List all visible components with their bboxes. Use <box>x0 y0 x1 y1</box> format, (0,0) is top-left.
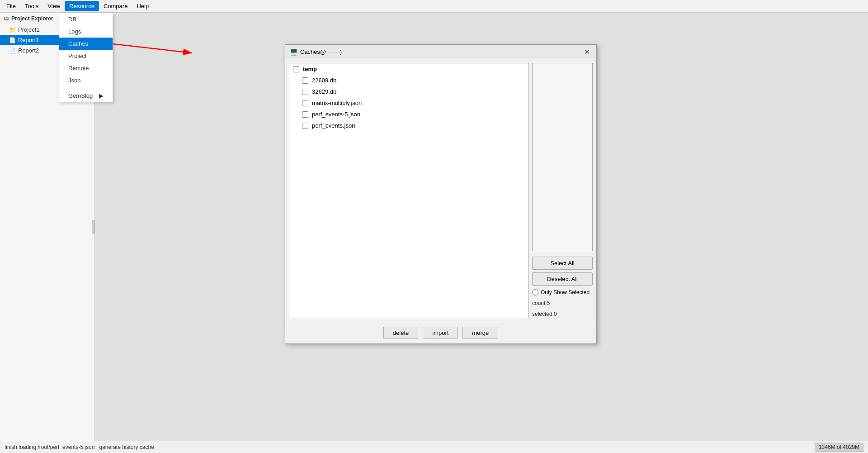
checkbox-perf-events[interactable] <box>302 123 308 129</box>
dropdown-item-db[interactable]: DB <box>59 13 113 25</box>
file-tree-item-32629db[interactable]: 32629.db <box>289 86 528 97</box>
dropdown-item-remote[interactable]: Remote <box>59 62 113 74</box>
resource-dropdown-menu: DB Logs Caches Project Remote Json GemSl… <box>59 13 113 102</box>
sidebar-resize-handle[interactable]: ⋮ <box>92 220 94 234</box>
file-tree-item-22609db[interactable]: 22609.db <box>289 75 528 86</box>
file-label: 32629.db <box>312 88 336 95</box>
dialog-body: temp 22609.db 32629.db matrix-multiply.j… <box>285 59 596 322</box>
gemslog-label: GemSlog <box>68 92 93 99</box>
statusbar: finish loading /root/perf_events-5.json … <box>0 441 868 453</box>
checkbox-matrix-multiply[interactable] <box>302 100 308 106</box>
file-tree-parent-temp[interactable]: temp <box>289 63 528 75</box>
deselect-all-button[interactable]: Deselect All <box>532 272 593 286</box>
menu-compare[interactable]: Compare <box>99 1 132 11</box>
dropdown-item-gemslog[interactable]: GemSlog ▶ <box>59 90 113 102</box>
file-tree-item-perf-events[interactable]: perf_events.json <box>289 120 528 131</box>
menu-help[interactable]: Help <box>132 1 153 11</box>
file-label: perf_events.json <box>312 122 355 129</box>
main-area: 🖥️ Caches@··········) ✕ temp 22609.db <box>95 13 868 441</box>
checkbox-22609db[interactable] <box>302 77 308 84</box>
file-list-panel: temp 22609.db 32629.db matrix-multiply.j… <box>289 63 528 318</box>
memory-indicator: 1346M of 4029M <box>815 443 863 452</box>
dialog-title: Caches@··········) <box>300 48 342 55</box>
dropdown-item-json[interactable]: Json <box>59 74 113 86</box>
only-show-selected-row: Only Show Selected <box>532 288 593 296</box>
menubar: File Tools View Resource Compare Help <box>0 0 868 13</box>
menu-tools[interactable]: Tools <box>20 1 43 11</box>
selected-label: selected:0 <box>532 310 593 318</box>
file-tree-item-matrix-multiply[interactable]: matrix-multiply.json <box>289 97 528 109</box>
file-label: perf_events-5.json <box>312 111 360 118</box>
file-label: matrix-multiply.json <box>312 100 362 106</box>
dropdown-item-logs[interactable]: Logs <box>59 25 113 38</box>
merge-button[interactable]: merge <box>462 327 498 339</box>
dropdown-separator <box>59 88 113 88</box>
dialog-icon: 🖥️ <box>290 48 297 56</box>
right-panel: Select All Deselect All Only Show Select… <box>528 59 596 322</box>
parent-label: temp <box>303 66 317 72</box>
dropdown-item-caches[interactable]: Caches <box>59 38 113 50</box>
delete-button[interactable]: delete <box>383 327 418 339</box>
submenu-arrow-icon: ▶ <box>99 92 104 99</box>
sidebar-item-label: Report2 <box>18 47 39 54</box>
checkbox-temp[interactable] <box>293 66 299 72</box>
dialog-titlebar: 🖥️ Caches@··········) ✕ <box>285 45 596 59</box>
sidebar-item-label: Project1 <box>18 26 40 33</box>
report1-icon: 📄 <box>9 37 16 43</box>
sidebar-item-label: Report1 <box>18 37 39 43</box>
dialog-close-button[interactable]: ✕ <box>582 48 592 57</box>
count-label: count:5 <box>532 299 593 307</box>
checkbox-perf-events-5[interactable] <box>302 111 308 118</box>
checkbox-32629db[interactable] <box>302 89 308 95</box>
dialog-footer: delete import merge <box>285 322 596 343</box>
caches-dialog: 🖥️ Caches@··········) ✕ temp 22609.db <box>285 44 597 344</box>
dialog-title-left: 🖥️ Caches@··········) <box>290 48 342 56</box>
file-label: 22609.db <box>312 77 336 84</box>
file-tree-item-perf-events-5[interactable]: perf_events-5.json <box>289 109 528 120</box>
only-show-selected-label: Only Show Selected <box>541 289 590 296</box>
menu-view[interactable]: View <box>43 1 65 11</box>
folder-icon: 🗂 <box>4 15 9 22</box>
status-message: finish loading /root/perf_events-5.json … <box>5 444 154 450</box>
menu-file[interactable]: File <box>2 1 20 11</box>
report2-icon: 📄 <box>9 48 16 54</box>
right-panel-preview <box>532 63 593 251</box>
select-all-button[interactable]: Select All <box>532 257 593 270</box>
only-show-selected-radio[interactable] <box>532 289 538 296</box>
project-icon: 📁 <box>9 27 16 33</box>
dropdown-item-project[interactable]: Project <box>59 50 113 62</box>
import-button[interactable]: import <box>423 327 458 339</box>
menu-resource[interactable]: Resource <box>65 1 99 11</box>
sidebar-title-label: Project Explorer <box>11 15 53 22</box>
